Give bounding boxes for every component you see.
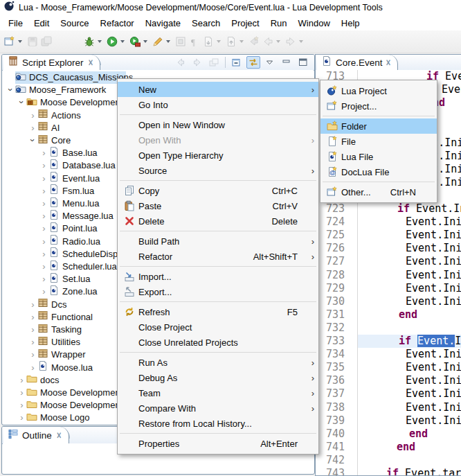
context-menu-item-export[interactable]: Export... <box>118 284 318 299</box>
chevron-collapsed-icon[interactable]: › <box>39 286 48 297</box>
debug-dropdown-icon[interactable] <box>98 40 102 43</box>
new-submenu-item-folder[interactable]: Folder <box>320 118 437 134</box>
run-button[interactable] <box>105 33 128 50</box>
forward-dropdown-icon[interactable] <box>299 40 303 43</box>
context-menu-item-debug-as[interactable]: Debug As› <box>118 370 318 385</box>
chevron-collapsed-icon[interactable]: › <box>28 299 37 310</box>
chevron-collapsed-icon[interactable]: › <box>17 387 26 398</box>
maximize-button[interactable] <box>296 56 310 69</box>
chevron-collapsed-icon[interactable]: › <box>39 249 48 259</box>
new-wizard-button[interactable] <box>3 33 26 50</box>
menu-navigate[interactable]: Navigate <box>140 17 186 30</box>
context-menu-item-copy[interactable]: CopyCtrl+C <box>118 183 318 198</box>
title-bar: Lua - Moose_Framework/Moose Development/… <box>0 0 461 15</box>
chevron-collapsed-icon[interactable]: › <box>28 337 37 347</box>
chevron-collapsed-icon[interactable]: › <box>39 274 48 284</box>
context-menu-item-refresh[interactable]: RefreshF5 <box>118 304 318 319</box>
chevron-collapsed-icon[interactable]: › <box>17 375 26 385</box>
context-menu-item-build-path[interactable]: Build Path› <box>118 233 318 249</box>
next-annotation-dropdown-icon[interactable] <box>217 40 221 43</box>
new-submenu-item-lua-file[interactable]: Lua File <box>320 149 437 164</box>
context-menu-item-run-as[interactable]: Run As› <box>118 355 318 370</box>
chevron-collapsed-icon[interactable]: › <box>39 186 48 196</box>
chevron-collapsed-icon[interactable]: › <box>17 400 26 410</box>
submenu-arrow-icon: › <box>306 236 316 247</box>
chevron-expanded-icon[interactable]: › <box>17 98 27 107</box>
collapse-all-button[interactable] <box>230 56 244 69</box>
menu-separator <box>323 116 435 116</box>
tree-item-label: Utilities <box>51 337 80 347</box>
chevron-collapsed-icon[interactable]: › <box>39 173 48 184</box>
back-dropdown-icon[interactable] <box>276 40 280 43</box>
minimize-button[interactable] <box>280 56 293 69</box>
context-menu-item-properties[interactable]: PropertiesAlt+Enter <box>118 436 318 451</box>
new-submenu-item-doclua-file[interactable]: @DocLua File <box>320 164 437 179</box>
chevron-collapsed-icon[interactable]: › <box>28 362 37 373</box>
chevron-collapsed-icon[interactable]: › <box>39 160 48 170</box>
external-tools-button[interactable] <box>128 33 151 50</box>
close-icon[interactable]: ☓ <box>89 58 93 68</box>
new-submenu-item-project[interactable]: Project... <box>320 98 437 114</box>
chevron-collapsed-icon[interactable]: › <box>39 198 48 209</box>
context-menu-item-close-project[interactable]: Close Project <box>118 319 318 335</box>
context-menu-item-source[interactable]: Source› <box>118 163 318 178</box>
menu-window[interactable]: Window <box>293 17 336 30</box>
previous-annotation-dropdown-icon[interactable] <box>239 40 244 43</box>
close-icon[interactable]: ☓ <box>57 430 62 441</box>
menu-search[interactable]: Search <box>186 17 226 30</box>
chevron-collapsed-icon[interactable]: › <box>28 312 37 322</box>
chevron-collapsed-icon[interactable]: › <box>39 236 48 247</box>
context-menu-item-import[interactable]: Import... <box>118 269 318 284</box>
menu-file[interactable]: File <box>3 17 28 30</box>
menu-refactor[interactable]: Refactor <box>95 17 140 30</box>
chevron-collapsed-icon[interactable]: › <box>39 261 48 272</box>
tab-script-explorer[interactable]: Script Explorer ☓ <box>3 55 100 70</box>
new-wizard-dropdown-icon[interactable] <box>18 40 22 43</box>
context-menu-item-refactor[interactable]: RefactorAlt+Shift+T› <box>118 249 318 264</box>
chevron-collapsed-icon[interactable]: › <box>39 148 48 158</box>
chevron-collapsed-icon[interactable]: › <box>28 324 37 335</box>
line-number: 727 <box>318 255 345 268</box>
menu-run[interactable]: Run <box>265 17 293 30</box>
context-menu-item-new[interactable]: New› <box>118 82 318 97</box>
link-with-editor-button[interactable] <box>246 56 260 69</box>
context-menu-item-team[interactable]: Team› <box>118 385 318 400</box>
new-submenu-item-other[interactable]: Other...Ctrl+N <box>320 184 437 200</box>
pen-tool-dropdown-icon[interactable] <box>166 40 170 43</box>
chevron-collapsed-icon[interactable]: › <box>39 211 48 221</box>
code-line-737: 737Event.IniUnit = UNIT:FindByName( Even… <box>316 387 461 400</box>
context-menu-item-close-unrelated-projects[interactable]: Close Unrelated Projects <box>118 335 318 350</box>
menu-item-label: Open Type Hierarchy <box>138 150 306 161</box>
context-menu-item-open-type-hierarchy[interactable]: Open Type Hierarchy <box>118 148 318 163</box>
chevron-expanded-icon[interactable]: › <box>6 85 16 94</box>
debug-button[interactable] <box>82 33 105 50</box>
context-menu-item-open-in-new-window[interactable]: Open in New Window <box>118 117 318 132</box>
chevron-collapsed-icon[interactable]: › <box>28 123 37 133</box>
tab-outline[interactable]: Outline ☓ <box>3 427 69 443</box>
menu-help[interactable]: Help <box>336 17 365 30</box>
tab-core-event[interactable]: Core.Event ☓ <box>317 55 398 70</box>
close-icon[interactable]: ☓ <box>386 58 391 68</box>
chevron-collapsed-icon[interactable]: › <box>28 349 37 360</box>
menu-project[interactable]: Project <box>226 17 264 30</box>
context-menu-item-compare-with[interactable]: Compare With› <box>118 400 318 416</box>
context-menu-item-delete[interactable]: DeleteDelete <box>118 213 318 229</box>
new-submenu-item-lua-project[interactable]: Lua Project <box>320 83 437 98</box>
context-menu-item-paste[interactable]: PasteCtrl+V <box>118 198 318 213</box>
external-tools-dropdown-icon[interactable] <box>143 40 147 43</box>
previous-annotation-icon <box>226 36 237 47</box>
package-icon <box>37 310 48 321</box>
chevron-collapsed-icon[interactable]: › <box>17 412 26 423</box>
run-dropdown-icon[interactable] <box>120 40 125 43</box>
context-menu-item-go-into[interactable]: Go Into <box>118 97 318 112</box>
pen-tool-button[interactable] <box>151 33 174 50</box>
lua-project-icon <box>327 85 338 96</box>
chevron-collapsed-icon[interactable]: › <box>39 223 48 233</box>
chevron-expanded-icon[interactable]: › <box>28 136 38 145</box>
context-menu-item-restore-from-local-history[interactable]: Restore from Local History... <box>118 416 318 431</box>
view-menu-button[interactable] <box>263 56 277 69</box>
chevron-collapsed-icon[interactable]: › <box>28 110 37 121</box>
new-submenu-item-file[interactable]: File <box>320 134 437 149</box>
menu-edit[interactable]: Edit <box>28 17 55 30</box>
menu-source[interactable]: Source <box>55 17 94 30</box>
